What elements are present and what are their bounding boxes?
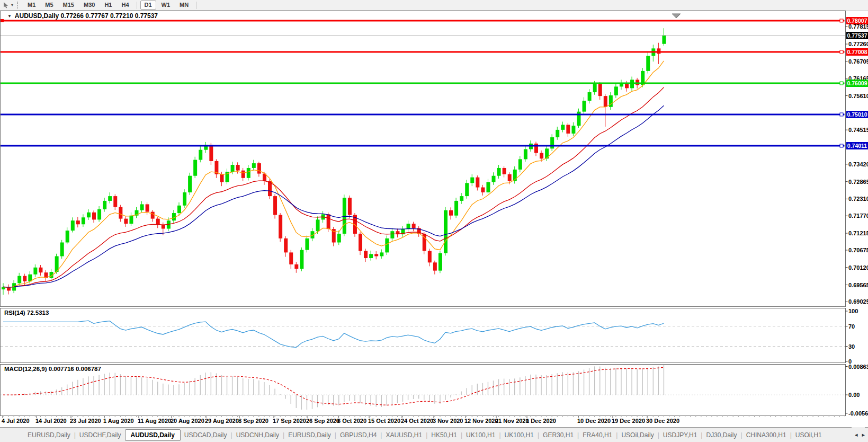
chart-tab-USDCNH-Daily[interactable]: USDCNH,Daily	[232, 429, 283, 441]
rsi-name: RSI(14)	[4, 310, 25, 316]
macd-name: MACD(12,26,9)	[4, 366, 47, 372]
chart-tab-UK100-H1[interactable]: UK100,H1	[501, 429, 538, 441]
chart-symbol: AUDUSD,Daily	[15, 12, 59, 20]
date-label: 1 Dec 2020	[526, 418, 556, 424]
chart-tab-GER30-H1[interactable]: GER30,H1	[539, 429, 577, 441]
date-label: 3 Nov 2020	[433, 418, 463, 424]
date-label: 4 Jul 2020	[2, 418, 30, 424]
date-label: 19 Dec 2020	[612, 418, 645, 424]
price-badge-0.75010: 0.75010	[846, 111, 868, 118]
price-badge-0.74011: 0.74011	[846, 142, 868, 149]
price-tick-label: 0.72865	[848, 179, 868, 185]
hline-handle[interactable]	[840, 144, 843, 147]
chart-tab-HK50-H1[interactable]: HK50,H1	[427, 429, 461, 441]
date-label: 10 Dec 2020	[577, 418, 611, 424]
date-label: 1 Aug 2020	[103, 418, 134, 424]
rsi-pane	[1, 308, 846, 363]
date-label: 23 Jul 2020	[70, 418, 101, 424]
chart-tab-CHINA300-H1[interactable]: CHINA300,H1	[742, 429, 790, 441]
date-label: 21 Nov 2020	[495, 418, 529, 424]
chart-tab-USDJPY-H1[interactable]: USDJPY,H1	[659, 429, 701, 441]
macd-label: MACD(12,26,9) 0.007716 0.006787	[4, 366, 101, 372]
rsi-scale-label: 70	[848, 323, 855, 330]
chart-tab-DJ30-Daily[interactable]: DJ30,Daily	[702, 429, 740, 441]
macd-scale-label: -0.005641	[848, 410, 868, 417]
rsi-scale-label: 30	[848, 343, 855, 350]
chart-ohlc-values: 0.77266 0.77767 0.77210 0.77537	[61, 12, 158, 20]
chart-tab-UK100-H1[interactable]: UK100,H1	[462, 429, 499, 441]
macd-scale-label: 0.00	[848, 392, 860, 398]
hline-handle[interactable]	[840, 50, 843, 54]
macd-pane	[1, 365, 846, 416]
date-label: 20 Aug 2020	[171, 418, 204, 424]
price-tick-label: 0.70675	[848, 247, 868, 253]
price-tick-label: 0.75610	[848, 93, 868, 99]
macd-signal-value: 0.006787	[76, 366, 101, 372]
price-badge-0.76009: 0.76009	[846, 79, 868, 87]
hline-handle[interactable]	[1, 19, 4, 22]
rsi-value: 72.5313	[27, 310, 49, 316]
price-tick-label: 0.74515	[848, 127, 868, 133]
tab-scroll-arrows: ◂ ▸	[852, 427, 865, 442]
chart-tab-USDCAD-Daily[interactable]: USDCAD,Daily	[181, 429, 231, 441]
date-label: 15 Oct 2020	[368, 418, 400, 424]
date-label: 6 Oct 2020	[337, 418, 366, 424]
chart-tab-EURUSD-Daily[interactable]: EURUSD,Daily	[24, 429, 74, 441]
date-label: 26 Sep 2020	[306, 418, 339, 424]
rsi-scale-label: 100	[848, 308, 858, 314]
price-tick-label: 0.73420	[848, 161, 868, 167]
price-tick-label: 0.71215	[848, 230, 868, 236]
price-tick-label: 0.69565	[848, 282, 868, 288]
macd-scale-label: 0.008633	[848, 364, 868, 370]
price-tick-label: 0.76705	[848, 58, 868, 65]
date-label: 24 Oct 2020	[401, 418, 433, 424]
hline-handle[interactable]	[840, 82, 843, 85]
chart-tab-FRA40-H1[interactable]: FRA40,H1	[579, 429, 616, 441]
mt4-window: ▾ M1M5M15M30H1H4D1W1MN ▼ AUDUSD,Daily 0.…	[0, 0, 868, 442]
date-label: 11 Aug 2020	[138, 418, 171, 424]
chart-tab-USOil-Daily[interactable]: USOil,Daily	[618, 429, 657, 441]
hline-handle[interactable]	[840, 19, 843, 22]
hline-handle[interactable]	[840, 113, 843, 116]
chart-tab-USDCHF-Daily[interactable]: USDCHF,Daily	[76, 429, 125, 441]
chart-tab-EURUSD-Daily[interactable]: EURUSD,Daily	[284, 429, 335, 441]
date-label: 30 Dec 2020	[646, 418, 679, 424]
price-tick-label: 0.77260	[848, 41, 868, 47]
chart-tab-GBPUSD-H4[interactable]: GBPUSD,H4	[336, 429, 380, 441]
tab-scroll-right-icon[interactable]: ▸	[862, 431, 865, 438]
macd-main-value: 0.007716	[49, 366, 74, 372]
date-label: 14 Jul 2020	[35, 418, 67, 424]
current-price-badge: 0.77537	[846, 32, 868, 39]
chart-tab-USOil-H1[interactable]: USOil,H1	[792, 429, 826, 441]
price-tick-label: 0.72310	[848, 196, 868, 202]
date-label: 29 Aug 2020	[205, 418, 239, 424]
tab-scroll-left-icon[interactable]: ◂	[855, 431, 858, 438]
rsi-label: RSI(14) 72.5313	[4, 310, 49, 316]
chart-tab-AUDUSD-Daily[interactable]: AUDUSD,Daily	[125, 429, 181, 441]
price-tick-label: 0.69025	[848, 298, 868, 305]
price-tick-label: 0.77815	[848, 23, 868, 30]
price-tick-label: 0.71770	[848, 213, 868, 219]
chart-tab-XAUUSD-H1[interactable]: XAUUSD,H1	[382, 429, 426, 441]
chart-canvas	[0, 0, 868, 442]
price-badge-0.77008: 0.77008	[846, 48, 868, 56]
date-label: 8 Sep 2020	[238, 418, 269, 424]
chart-tab-bar: EURUSD,Daily|USDCHF,DailyAUDUSD,DailyUSD…	[0, 427, 868, 442]
price-tick-label: 0.70120	[848, 264, 868, 271]
chart-title: ▼ AUDUSD,Daily 0.77266 0.77767 0.77210 0…	[7, 12, 158, 20]
main-pane	[1, 11, 846, 307]
price-badge-0.78007: 0.78007	[846, 17, 868, 24]
date-label: 12 Nov 2020	[464, 418, 498, 424]
date-label: 17 Sep 2020	[273, 418, 306, 424]
collapse-arrow-icon[interactable]: ▼	[7, 14, 12, 19]
